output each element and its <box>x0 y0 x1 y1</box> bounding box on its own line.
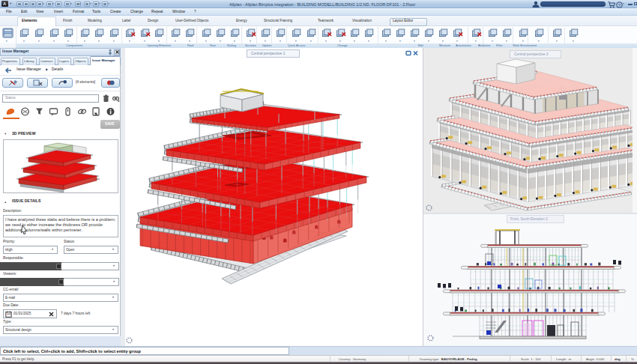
svg-text:?: ? <box>618 2 621 7</box>
